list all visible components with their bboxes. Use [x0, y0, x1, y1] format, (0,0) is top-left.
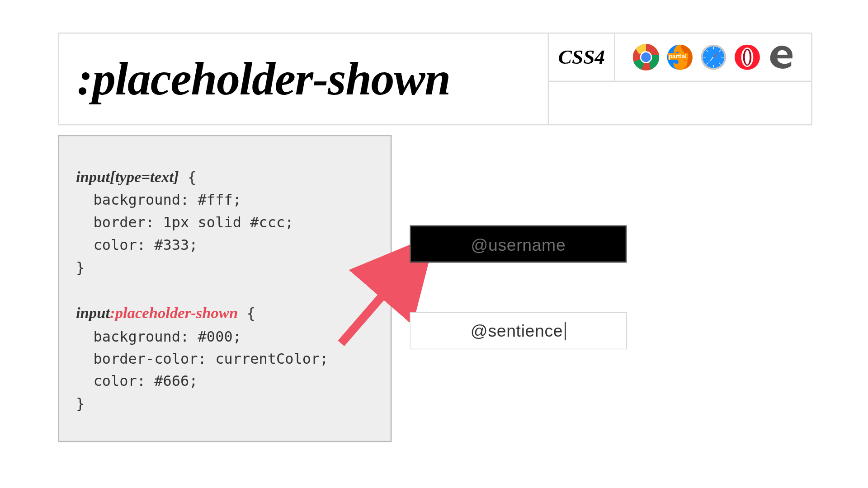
- firefox-icon: partial: [666, 44, 693, 70]
- code-selector-2-prefix: input: [76, 304, 110, 322]
- header-aside: CSS4: [549, 34, 811, 124]
- css-level-badge: CSS4: [549, 34, 615, 81]
- svg-line-22: [341, 253, 419, 343]
- edge-icon: [768, 44, 794, 70]
- svg-point-20: [745, 50, 750, 65]
- filled-text: @sentience: [471, 322, 563, 340]
- slide-header: :placeholder-shown CSS4: [58, 33, 812, 125]
- chrome-icon: [632, 44, 659, 70]
- text-caret: [564, 322, 566, 340]
- demo-input-placeholder-shown[interactable]: @username: [410, 225, 627, 263]
- code-body-2: background: #000; border-color: currentC…: [76, 328, 329, 389]
- placeholder-text: @username: [471, 235, 566, 254]
- partial-label: partial: [667, 53, 688, 60]
- slide-title: :placeholder-shown: [77, 52, 450, 106]
- safari-icon: [700, 44, 726, 70]
- browser-support-icons: partial: [615, 34, 811, 81]
- code-body-1: background: #fff; border: 1px solid #ccc…: [76, 192, 294, 253]
- demo-inputs: @username @sentience: [410, 225, 627, 399]
- opera-icon: [734, 44, 760, 70]
- css-level-text: CSS4: [558, 46, 605, 69]
- slide-title-cell: :placeholder-shown: [59, 34, 549, 124]
- svg-point-3: [641, 52, 651, 62]
- code-pseudo-highlight: :placeholder-shown: [110, 304, 238, 322]
- code-selector-1: input[type=text]: [76, 168, 179, 186]
- demo-input-filled[interactable]: @sentience: [410, 312, 627, 349]
